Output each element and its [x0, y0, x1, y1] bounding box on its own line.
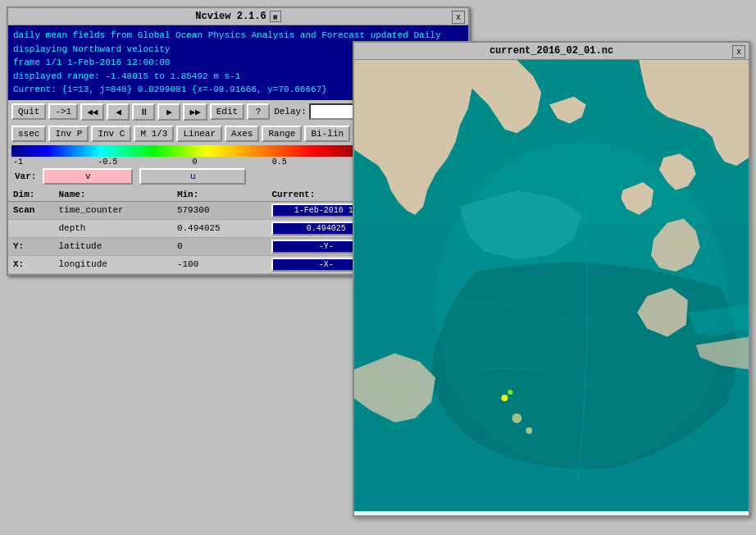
data-window: current_2016_02_01.nc x [353, 41, 750, 517]
var-label: Var: [15, 171, 36, 181]
ncview-title: Ncview 2.1.6 [195, 11, 266, 22]
colorbar-label-pos05: 0.5 [272, 158, 287, 167]
var-v-button[interactable]: v [43, 168, 133, 185]
row3-dim: X: [8, 255, 53, 273]
linear-button[interactable]: Linear [176, 126, 222, 142]
svg-point-4 [526, 428, 532, 434]
header-min: Min: [172, 188, 267, 202]
row3-min: -100 [172, 255, 267, 273]
question-button[interactable]: ? [247, 103, 270, 120]
rewind-button[interactable]: ◀◀ [80, 103, 104, 121]
var-u-button[interactable]: u [139, 168, 246, 185]
row1-min: 0.494025 [172, 219, 267, 237]
inv-p-button[interactable]: Inv P [48, 126, 89, 142]
pause-button[interactable]: ⏸ [132, 103, 155, 121]
row0-name: time_counter [53, 201, 171, 219]
axes-button[interactable]: Axes [225, 126, 259, 142]
quit-button[interactable]: Quit [11, 103, 46, 120]
svg-point-5 [501, 395, 508, 401]
next-button[interactable]: ▶ [157, 103, 180, 121]
colorbar-labels: -1 -0.5 0 0.5 1 [11, 158, 368, 167]
delay-label: Delay: [274, 107, 307, 117]
svg-point-3 [512, 414, 521, 423]
range-button[interactable]: Range [262, 126, 302, 142]
row0-min: 579300 [172, 201, 267, 219]
ncview-titlebar: Ncview 2.1.6 ▦ x [8, 8, 468, 25]
row2-min: 0 [172, 237, 267, 255]
header-dim: Dim: [8, 188, 53, 202]
data-close-button[interactable]: x [732, 45, 745, 58]
edit-button[interactable]: Edit [210, 103, 244, 120]
map-visualization [354, 60, 749, 511]
delay-input[interactable] [309, 103, 358, 120]
inv-c-button[interactable]: Inv C [91, 126, 131, 142]
colorbar: -1 -0.5 0 0.5 1 [11, 145, 368, 163]
fastfwd-button[interactable]: ▶▶ [183, 103, 207, 121]
map-area[interactable] [354, 60, 749, 511]
row2-dim: Y: [8, 237, 53, 255]
row2-name: latitude [53, 237, 171, 255]
prev-button[interactable]: ◀ [107, 103, 130, 121]
colorbar-label-neg05: -0.5 [98, 158, 117, 167]
ncview-close-button[interactable]: x [452, 11, 465, 24]
colorbar-label-zero: 0 [192, 158, 197, 167]
ssec-button[interactable]: ssec [11, 126, 46, 142]
colorbar-gradient [11, 145, 368, 157]
header-name: Name: [53, 188, 171, 202]
title-icon: ▦ [270, 11, 281, 22]
row1-dim [8, 219, 53, 237]
row1-name: depth [53, 219, 171, 237]
colorbar-label-min: -1 [13, 158, 23, 167]
data-titlebar: current_2016_02_01.nc x [354, 43, 749, 60]
row0-dim: Scan [8, 201, 53, 219]
row3-name: longitude [53, 255, 171, 273]
data-title: current_2016_02_01.nc [490, 45, 613, 57]
bilin-button[interactable]: Bi-lin [304, 126, 350, 142]
svg-point-6 [508, 390, 512, 395]
m1-3-button[interactable]: M 1/3 [134, 126, 174, 142]
goto1-button[interactable]: ->1 [48, 103, 78, 120]
